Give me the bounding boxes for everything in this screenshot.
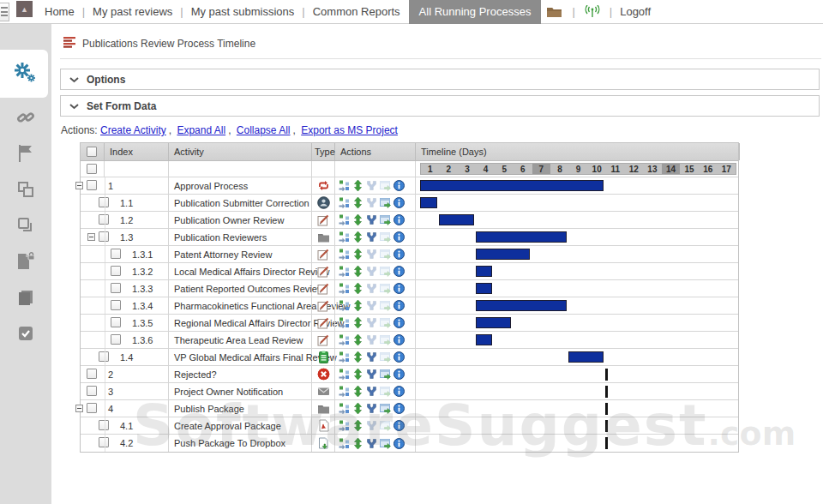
open-window-icon[interactable] bbox=[380, 180, 391, 191]
info-icon[interactable] bbox=[393, 403, 405, 414]
collapse-all-link[interactable]: Collapse All bbox=[237, 124, 291, 136]
add-child-icon[interactable] bbox=[339, 420, 350, 431]
signal-icon[interactable] bbox=[585, 5, 600, 18]
add-child-icon[interactable] bbox=[339, 180, 350, 191]
row-checkbox[interactable] bbox=[99, 214, 109, 225]
panel-options[interactable]: Options bbox=[60, 69, 820, 90]
open-window-icon[interactable] bbox=[380, 249, 391, 260]
branch-icon[interactable] bbox=[366, 334, 377, 345]
open-window-icon[interactable] bbox=[380, 231, 391, 243]
sidebar-item-duplicate[interactable] bbox=[0, 209, 51, 245]
info-icon[interactable] bbox=[393, 300, 405, 311]
branch-icon[interactable] bbox=[366, 214, 377, 225]
add-child-icon[interactable] bbox=[339, 214, 350, 225]
move-icon[interactable] bbox=[352, 231, 363, 243]
add-child-icon[interactable] bbox=[339, 386, 350, 397]
branch-icon[interactable] bbox=[366, 317, 377, 328]
info-icon[interactable] bbox=[393, 249, 405, 260]
sidebar-item-flags[interactable] bbox=[0, 137, 51, 173]
info-icon[interactable] bbox=[393, 386, 405, 397]
branch-icon[interactable] bbox=[366, 300, 377, 311]
create-activity-link[interactable]: Create Activity bbox=[100, 124, 166, 136]
open-window-icon[interactable] bbox=[380, 369, 391, 380]
add-child-icon[interactable] bbox=[339, 197, 350, 208]
move-icon[interactable] bbox=[352, 438, 363, 449]
add-child-icon[interactable] bbox=[339, 438, 350, 449]
info-icon[interactable] bbox=[393, 266, 405, 277]
add-child-icon[interactable] bbox=[339, 369, 350, 380]
info-icon[interactable] bbox=[393, 420, 405, 431]
open-window-icon[interactable] bbox=[380, 283, 391, 294]
branch-icon[interactable] bbox=[366, 231, 377, 243]
branch-icon[interactable] bbox=[366, 420, 377, 431]
row-checkbox[interactable] bbox=[87, 180, 97, 190]
open-window-icon[interactable] bbox=[380, 438, 391, 449]
collapse-up-icon[interactable]: ▲ bbox=[16, 1, 33, 17]
expand-all-link[interactable]: Expand All bbox=[177, 124, 225, 136]
branch-icon[interactable] bbox=[366, 197, 377, 208]
row-checkbox[interactable] bbox=[111, 249, 121, 259]
move-icon[interactable] bbox=[352, 266, 363, 277]
folder-icon[interactable] bbox=[546, 5, 562, 18]
collapse-expander[interactable] bbox=[87, 233, 95, 241]
panel-set-form-data[interactable]: Set Form Data bbox=[60, 95, 820, 117]
export-ms-project-link[interactable]: Export as MS Project bbox=[301, 124, 398, 136]
info-icon[interactable] bbox=[393, 351, 405, 363]
row-checkbox[interactable] bbox=[111, 317, 121, 327]
open-window-icon[interactable] bbox=[380, 214, 391, 225]
move-icon[interactable] bbox=[352, 351, 363, 363]
sidebar-item-documents[interactable] bbox=[0, 281, 51, 317]
branch-icon[interactable] bbox=[366, 351, 377, 363]
row-checkbox[interactable] bbox=[111, 266, 121, 276]
add-child-icon[interactable] bbox=[339, 283, 350, 294]
open-window-icon[interactable] bbox=[380, 266, 391, 277]
move-icon[interactable] bbox=[352, 249, 363, 260]
add-child-icon[interactable] bbox=[339, 249, 350, 260]
branch-icon[interactable] bbox=[366, 283, 377, 294]
open-window-icon[interactable] bbox=[380, 300, 391, 311]
info-icon[interactable] bbox=[393, 180, 405, 191]
move-icon[interactable] bbox=[352, 197, 363, 208]
open-window-icon[interactable] bbox=[380, 403, 391, 414]
row-checkbox[interactable] bbox=[87, 164, 97, 174]
move-icon[interactable] bbox=[352, 300, 363, 311]
info-icon[interactable] bbox=[393, 283, 405, 294]
row-checkbox[interactable] bbox=[99, 437, 109, 447]
open-window-icon[interactable] bbox=[380, 317, 391, 328]
nav-item-logoff[interactable]: Logoff bbox=[616, 5, 654, 18]
open-window-icon[interactable] bbox=[380, 386, 391, 397]
move-icon[interactable] bbox=[352, 334, 363, 345]
collapse-expander[interactable] bbox=[75, 405, 83, 412]
sidebar-item-copy[interactable] bbox=[0, 173, 51, 209]
open-window-icon[interactable] bbox=[380, 351, 391, 363]
info-icon[interactable] bbox=[393, 438, 405, 449]
info-icon[interactable] bbox=[393, 214, 405, 225]
add-child-icon[interactable] bbox=[339, 231, 350, 243]
branch-icon[interactable] bbox=[366, 386, 377, 397]
move-icon[interactable] bbox=[352, 283, 363, 294]
open-window-icon[interactable] bbox=[380, 334, 391, 345]
branch-icon[interactable] bbox=[366, 369, 377, 380]
move-icon[interactable] bbox=[352, 420, 363, 431]
row-checkbox[interactable] bbox=[87, 403, 97, 413]
sidebar-item-settings[interactable] bbox=[0, 50, 48, 98]
add-child-icon[interactable] bbox=[339, 317, 350, 328]
nav-item-my-past-reviews[interactable]: My past reviews bbox=[89, 5, 176, 18]
add-child-icon[interactable] bbox=[339, 351, 350, 363]
add-child-icon[interactable] bbox=[339, 334, 350, 345]
add-child-icon[interactable] bbox=[339, 266, 350, 277]
branch-icon[interactable] bbox=[366, 266, 377, 277]
branch-icon[interactable] bbox=[366, 438, 377, 449]
row-checkbox[interactable] bbox=[99, 231, 109, 242]
move-icon[interactable] bbox=[352, 180, 363, 191]
open-window-icon[interactable] bbox=[380, 420, 391, 431]
add-child-icon[interactable] bbox=[339, 300, 350, 311]
select-all-checkbox[interactable] bbox=[87, 147, 97, 157]
menu-icon[interactable] bbox=[0, 3, 9, 21]
nav-item-all-running-processes[interactable]: All Running Processes bbox=[409, 0, 542, 24]
info-icon[interactable] bbox=[393, 231, 405, 243]
info-icon[interactable] bbox=[393, 317, 405, 328]
nav-item-home[interactable]: Home bbox=[41, 5, 78, 18]
row-checkbox[interactable] bbox=[87, 369, 97, 379]
branch-icon[interactable] bbox=[366, 180, 377, 191]
